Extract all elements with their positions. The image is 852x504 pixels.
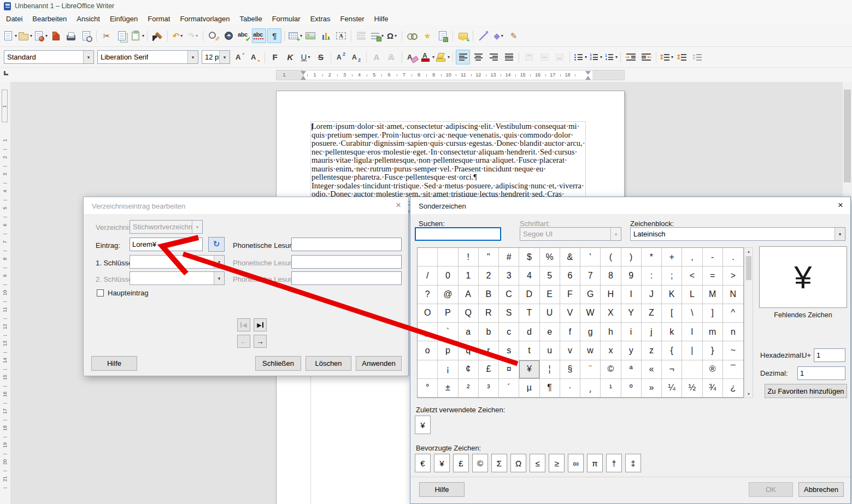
insert-page-break-icon[interactable] (354, 28, 368, 43)
character-cell-[[interactable]: [ (662, 304, 682, 323)
character-cell-µ[interactable]: µ (519, 379, 539, 398)
character-cell-b[interactable]: b (479, 323, 499, 341)
index-dialog-titlebar[interactable]: Verzeichniseintrag bearbeiten × (84, 197, 408, 214)
chevron-down-icon[interactable]: ▾ (187, 51, 198, 63)
character-cell-J[interactable]: J (642, 286, 662, 304)
character-cell-£[interactable]: £ (479, 360, 499, 379)
character-cell-s[interactable]: s (499, 341, 519, 360)
menu-hilfe[interactable]: Hilfe (369, 13, 393, 25)
menu-format[interactable]: Format (143, 13, 175, 25)
recent-character-¥[interactable]: ¥ (415, 416, 431, 434)
character-cell-n[interactable]: n (723, 323, 743, 341)
outline-list-icon[interactable]: ▾ (603, 50, 618, 64)
character-cell->[interactable]: > (723, 266, 743, 285)
character-cell-^[interactable]: ^ (723, 304, 743, 323)
character-cell-½[interactable]: ½ (682, 379, 702, 398)
uppercase-icon[interactable]: A (369, 50, 384, 64)
favorite-character-≥[interactable]: ≥ (549, 454, 565, 472)
decrease-indent-icon[interactable] (639, 50, 653, 64)
align-top-icon[interactable] (522, 50, 536, 64)
strikethrough-icon[interactable]: S (314, 50, 328, 64)
insert-comment-icon[interactable] (456, 28, 470, 43)
insert-table-icon[interactable]: ▾ (287, 28, 302, 43)
favorite-character-€[interactable]: € (415, 454, 431, 472)
update-entry-button[interactable]: ↻ (208, 237, 225, 252)
character-cell-5[interactable]: 5 (540, 266, 560, 285)
favorite-character-Ω[interactable]: Ω (510, 454, 526, 472)
key2-select[interactable]: ▾ (130, 271, 225, 285)
character-cell-E[interactable]: E (540, 286, 560, 304)
character-cell-»[interactable]: » (642, 379, 662, 398)
navigator-icon[interactable] (221, 28, 236, 43)
character-cell-0[interactable]: 0 (438, 266, 458, 285)
character-cell[interactable] (418, 248, 438, 266)
character-cell-V[interactable]: V (560, 304, 580, 323)
decimal-input[interactable] (797, 366, 845, 380)
character-cell-g[interactable]: g (580, 323, 601, 341)
character-cell-Y[interactable]: Y (621, 304, 642, 323)
character-cell-¶[interactable]: ¶ (540, 379, 560, 398)
character-cell-f[interactable]: f (560, 323, 580, 341)
font-name-select[interactable]: Liberation Serif ▾ (97, 50, 198, 64)
phonetic-reading-input-3[interactable] (291, 271, 402, 285)
indent-marker[interactable] (585, 71, 591, 80)
close-icon[interactable]: × (838, 200, 843, 210)
center-vertically-icon[interactable] (537, 50, 551, 64)
font-size-select[interactable]: 12 pt ▾ (202, 50, 230, 64)
character-cell-´[interactable]: ´ (499, 379, 519, 398)
basic-shapes-icon[interactable]: ◆▾ (491, 28, 506, 43)
character-cell-«[interactable]: « (642, 360, 662, 379)
favorite-character-≤[interactable]: ≤ (530, 454, 545, 472)
menu-einfügen[interactable]: Einfügen (105, 13, 143, 25)
align-bottom-icon[interactable] (553, 50, 567, 64)
menu-formular[interactable]: Formular (267, 13, 305, 25)
open-icon[interactable]: ▾ (18, 28, 32, 43)
index-type-select[interactable]: Stichwortverzeichnis ▾ (130, 220, 203, 234)
character-cell-%[interactable]: % (540, 248, 560, 266)
character-cell-m[interactable]: m (703, 323, 723, 341)
character-cell--[interactable]: - (703, 248, 723, 266)
character-cell-¹[interactable]: ¹ (601, 379, 621, 398)
character-cell-T[interactable]: T (519, 304, 539, 323)
scrollbar-thumb[interactable] (844, 90, 851, 182)
bold-icon[interactable]: F (268, 50, 282, 64)
character-cell-Q[interactable]: Q (459, 304, 479, 323)
character-cell[interactable] (418, 360, 438, 379)
character-cell-X[interactable]: X (601, 304, 621, 323)
character-cell-N[interactable]: N (723, 286, 743, 304)
character-cell-4[interactable]: 4 (519, 266, 539, 285)
character-cell-e[interactable]: e (540, 323, 560, 341)
character-cell-@[interactable]: @ (438, 286, 458, 304)
chevron-down-icon[interactable]: ▾ (835, 228, 845, 240)
next-entry-button[interactable]: → (254, 335, 267, 348)
hexadecimal-input[interactable] (814, 348, 845, 362)
vertical-ruler[interactable]: 1123456789101112131415161718192021 (0, 82, 11, 504)
character-cell-)[interactable]: ) (621, 248, 642, 266)
character-cell-l[interactable]: l (682, 323, 702, 341)
align-left-icon[interactable] (456, 50, 470, 64)
outline-font-effect-icon[interactable] (385, 50, 399, 64)
character-cell-i[interactable]: i (621, 323, 642, 341)
favorite-character-£[interactable]: £ (453, 454, 469, 472)
character-cell-C[interactable]: C (499, 286, 519, 304)
character-cell-u[interactable]: u (540, 341, 560, 360)
favorite-character-†[interactable]: † (606, 454, 622, 472)
character-cell-$[interactable]: $ (519, 248, 539, 266)
character-cell-W[interactable]: W (580, 304, 601, 323)
paragraph-style-select[interactable]: Standard ▾ (4, 50, 94, 64)
line-spacing-icon[interactable]: ▾ (659, 50, 673, 64)
character-cell-;[interactable]: ; (662, 266, 682, 285)
character-cell-1[interactable]: 1 (459, 266, 479, 285)
character-cell-·[interactable]: · (560, 379, 580, 398)
character-cell-6[interactable]: 6 (560, 266, 580, 285)
character-cell-9[interactable]: 9 (621, 266, 642, 285)
character-cell-º[interactable]: º (621, 379, 642, 398)
phonetic-reading-input-1[interactable] (291, 238, 402, 251)
character-cell-G[interactable]: G (580, 286, 601, 304)
character-cell-7[interactable]: 7 (580, 266, 601, 285)
character-cell-B[interactable]: B (479, 286, 499, 304)
character-cell-*[interactable]: * (642, 248, 662, 266)
increase-font-size-icon[interactable] (232, 50, 246, 64)
chevron-down-icon[interactable]: ▾ (214, 272, 224, 284)
character-cell-?[interactable]: ? (418, 286, 438, 304)
